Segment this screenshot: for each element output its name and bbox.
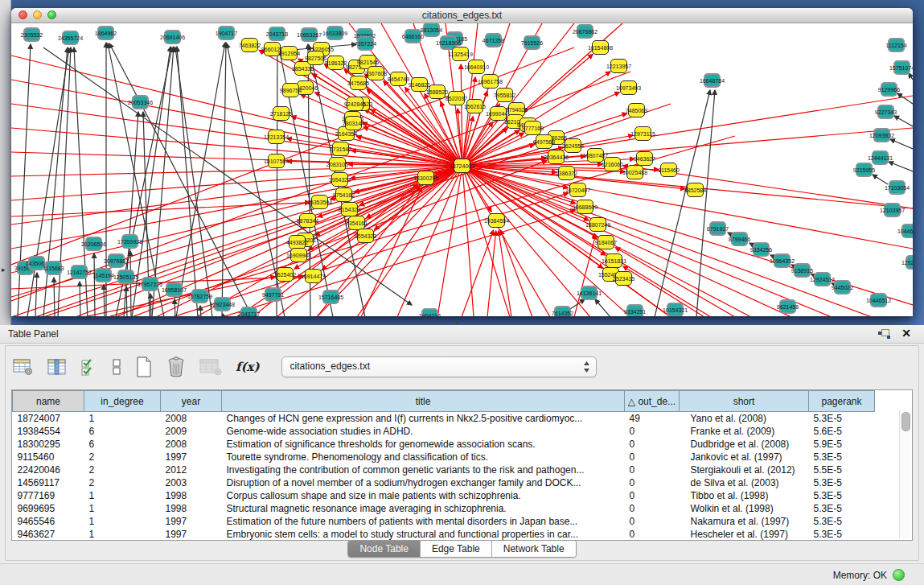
column-header-name[interactable]: name [13,391,84,412]
graph-node-18724007[interactable]: 18724007 [454,159,470,173]
table-cell[interactable]: Franke et al. (2009) [680,425,809,438]
table-cell[interactable]: 5.3E-5 [809,502,875,515]
table-cell[interactable]: Changes of HCN gene expression and I(f) … [222,412,625,426]
table-cell[interactable]: 1997 [161,451,222,463]
graph-node-1731542[interactable]: 1731542 [332,142,349,156]
graph-node-8522037[interactable]: 8522037 [448,91,465,105]
graph-node-1904717[interactable]: 1904717 [218,26,235,40]
column-header-title[interactable]: title [222,391,625,412]
graph-node-12923448[interactable]: 12923448 [214,297,231,311]
graph-node-15716485[interactable]: 15716485 [322,290,339,304]
table-cell[interactable]: 0 [625,476,680,489]
select-columns-button[interactable] [79,356,100,378]
graph-node-10154321[interactable]: 10154321 [667,303,684,316]
table-cell[interactable]: Yano et al. (2008) [680,412,809,426]
graph-node-8912954[interactable]: 8912954 [281,46,298,60]
table-cell[interactable]: Genome-wide association studies in ADHD. [222,425,625,438]
table-cell[interactable]: 6 [84,438,161,451]
graph-node-20364436[interactable]: 20364436 [548,150,565,164]
graph-node-9827506[interactable]: 9827506 [307,51,324,65]
graph-node-11325419[interactable]: 11325419 [452,47,469,61]
table-cell[interactable]: 5.3E-5 [809,412,875,426]
table-cell[interactable]: 2008 [161,412,222,426]
graph-node-9158915[interactable]: 9158915 [794,263,811,278]
graph-node-9896754[interactable]: 9896754 [282,83,299,97]
table-mode-button[interactable] [11,356,35,377]
graph-node-9334251[interactable]: 9334251 [626,304,643,316]
table-cell[interactable]: Corpus callosum shape and size in male p… [222,489,625,502]
graph-node-9184067[interactable]: 9184067 [598,235,614,249]
graph-node-16154808[interactable]: 16154808 [592,40,609,55]
graph-node-9621458[interactable]: 9621458 [779,299,796,314]
graph-node-12213957[interactable]: 12213957 [610,59,627,73]
graph-node-22420046[interactable]: 22420046 [297,80,314,95]
graph-node-16648784[interactable]: 16648784 [704,73,721,88]
graph-node-6466160[interactable]: 6466160 [405,29,421,43]
graph-node-20876862[interactable]: 20876862 [577,24,593,39]
graph-node-6216060[interactable]: 6216060 [604,157,621,171]
graph-node-8813054[interactable]: 8813054 [423,23,440,37]
graph-node-7386372[interactable]: 7386372 [558,166,575,180]
graph-node-7463822[interactable]: 7463822 [241,38,258,52]
graph-node-7955812[interactable]: 7955812 [496,88,513,102]
graph-node-9445022[interactable]: 9445022 [834,280,851,295]
table-cell[interactable]: 1 [84,502,161,515]
table-cell[interactable]: 2003 [161,476,222,489]
graph-node-1588520[interactable]: 1588520 [429,84,446,99]
graph-node-9554323[interactable]: 9554323 [357,229,374,243]
graph-node-12142757[interactable]: 12142757 [71,265,88,279]
table-cell[interactable]: de Silva et al. (2003) [680,476,809,489]
table-row[interactable]: 2242004622012Investigating the contribut… [13,463,875,476]
table-cell[interactable]: 0 [625,451,680,463]
table-cell[interactable]: 0 [625,515,680,528]
graph-node-10688609[interactable]: 10688609 [577,200,593,214]
table-row[interactable]: 969969511998Structural magnetic resonanc… [13,502,875,515]
graph-node-19384554[interactable]: 19384554 [488,213,505,228]
table-row[interactable]: 977716911998Corpus callosum shape and si… [13,489,875,502]
table-cell[interactable]: 49 [625,412,680,426]
graph-node-7625402[interactable]: 7625402 [277,267,294,282]
graph-node-15751074[interactable]: 15751074 [893,60,910,75]
graph-node-24355724[interactable]: 24355724 [62,31,79,45]
tab-node-table[interactable]: Node Table [348,541,421,557]
table-cell[interactable]: 1 [84,412,161,426]
graph-node-16961758[interactable]: 16961758 [482,74,499,89]
graph-node-12924522[interactable]: 12924522 [906,255,913,270]
graph-node-2523415[interactable]: 2523415 [615,271,632,286]
table-cell[interactable]: 18724007 [13,412,84,426]
graph-node-8186328[interactable]: 8186328 [327,56,344,70]
column-header-year[interactable]: year [161,391,222,412]
graph-node-16151831[interactable]: 16151831 [606,253,622,268]
graph-node-16720407[interactable]: 16720407 [569,183,586,197]
graph-node-14136141[interactable]: 14136141 [581,286,598,300]
table-cell[interactable]: Estimation of the future numbers of pati… [222,515,625,528]
table-cell[interactable]: 2 [84,476,161,489]
table-cell[interactable]: 5.3E-5 [809,476,875,489]
graph-node-4852584[interactable]: 4852584 [687,183,704,197]
table-cell[interactable]: 9777169 [13,489,84,502]
table-cell[interactable]: 14569117 [13,476,84,489]
graph-node-1954323[interactable]: 1954323 [331,172,348,187]
graph-node-16782759[interactable]: 16782759 [191,289,208,303]
graph-node-3624554[interactable]: 3624554 [565,138,581,153]
graph-node-1864962[interactable]: 1864962 [97,26,114,40]
graph-node-9227343[interactable]: 9227343 [877,105,894,119]
graph-node-9754162[interactable]: 9754162 [335,187,352,202]
table-cell[interactable]: 5.3E-5 [809,489,875,502]
table-cell[interactable]: 5.5E-5 [809,463,875,476]
graph-node-12093832[interactable]: 12093832 [873,128,890,142]
graph-node-1115683[interactable]: 1115683 [45,261,62,275]
graph-node-10025488[interactable]: 10025488 [626,165,643,179]
table-cell[interactable]: 1 [84,515,161,528]
graph-node-2718126[interactable]: 2718126 [273,106,290,121]
splitter-grabber-icon[interactable]: ▾ [455,318,459,325]
table-cell[interactable]: 5.3E-5 [809,515,875,528]
table-cell[interactable]: 0 [625,438,680,451]
column-header-pagerank[interactable]: pagerank [809,391,875,412]
graph-node-6497568[interactable]: 6497568 [536,134,552,149]
table-cell[interactable]: 0 [625,502,680,515]
graph-node-7515526[interactable]: 7515526 [524,35,540,50]
delete-table-button[interactable] [198,356,224,377]
table-row[interactable]: 1938455462009Genome-wide association stu… [13,425,875,438]
graph-node-9146821[interactable]: 9146821 [411,77,428,92]
